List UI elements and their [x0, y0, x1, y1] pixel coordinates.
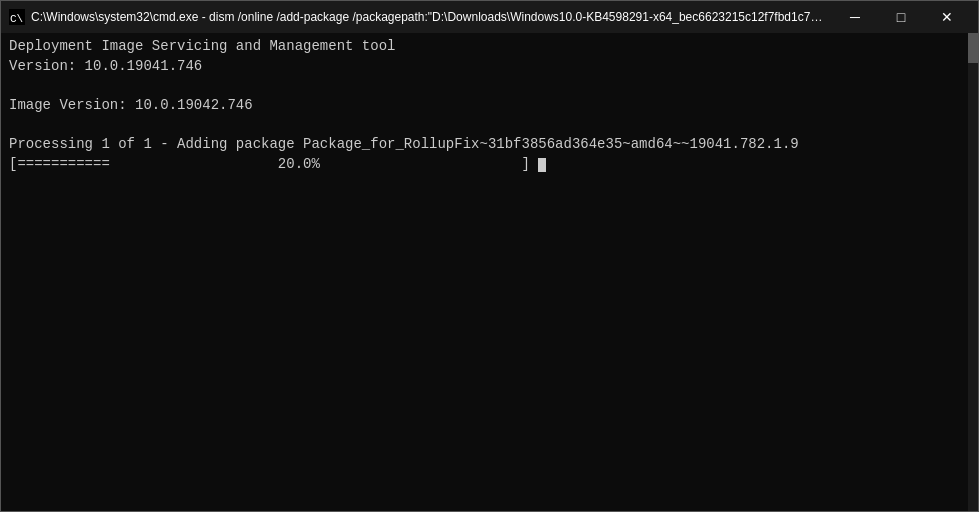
title-bar-controls: ─ □ ✕ [832, 1, 970, 33]
console-progress-line: [=========== 20.0% ] [9, 156, 546, 172]
console-cursor [538, 158, 546, 172]
console-output: Deployment Image Servicing and Managemen… [9, 37, 970, 174]
close-button[interactable]: ✕ [924, 1, 970, 33]
title-bar: C\ C:\Windows\system32\cmd.exe - dism /o… [1, 1, 978, 33]
console-line-2: Version: 10.0.19041.746 [9, 58, 202, 74]
cmd-icon: C\ [9, 9, 25, 25]
maximize-button[interactable]: □ [878, 1, 924, 33]
console-line-1: Deployment Image Servicing and Managemen… [9, 38, 395, 54]
scrollbar-thumb[interactable] [968, 33, 978, 63]
scrollbar[interactable] [968, 33, 978, 511]
console-line-4: Image Version: 10.0.19042.746 [9, 97, 253, 113]
console-area: Deployment Image Servicing and Managemen… [1, 33, 978, 511]
svg-text:C\: C\ [10, 13, 23, 25]
title-bar-text: C:\Windows\system32\cmd.exe - dism /onli… [31, 10, 826, 24]
cmd-window: C\ C:\Windows\system32\cmd.exe - dism /o… [0, 0, 979, 512]
console-line-6: Processing 1 of 1 - Adding package Packa… [9, 136, 799, 152]
minimize-button[interactable]: ─ [832, 1, 878, 33]
